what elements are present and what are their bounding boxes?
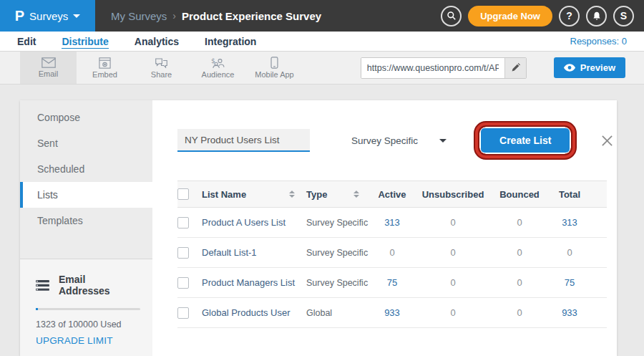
annotation-highlight: Create List	[479, 127, 571, 154]
user-avatar[interactable]: S	[613, 6, 634, 27]
table-row: Product A Users List Survey Specific 313…	[177, 208, 607, 238]
search-button[interactable]	[441, 6, 462, 27]
list-type: Survey Specific	[306, 248, 371, 258]
bounced-count: 0	[492, 307, 547, 318]
surveys-menu-label: Surveys	[29, 10, 68, 22]
toolbar-item-mobile-app[interactable]: Mobile App	[246, 52, 303, 84]
upgrade-now-button[interactable]: Upgrade Now	[468, 6, 552, 27]
list-name-link[interactable]: Global Products User	[202, 307, 306, 318]
total-count: 75	[547, 277, 592, 288]
tab-integration[interactable]: Integration	[205, 36, 256, 47]
breadcrumb: My Surveys › Product Experience Survey	[111, 10, 321, 22]
bounced-count: 0	[492, 277, 547, 288]
sort-icon[interactable]	[289, 191, 295, 198]
sidebar-nav: Compose Sent Scheduled Lists Templates	[20, 100, 152, 234]
list-type-dropdown[interactable]: Survey Specific	[351, 135, 447, 146]
chevron-down-icon	[73, 14, 80, 18]
survey-url-group	[361, 57, 527, 79]
list-name-link[interactable]: Product A Users List	[202, 217, 306, 228]
column-header-type[interactable]: Type	[306, 189, 371, 200]
create-list-button[interactable]: Create List	[481, 128, 570, 153]
column-header-unsubscribed[interactable]: Unsubscribed	[414, 189, 492, 200]
breadcrumb-my-surveys[interactable]: My Surveys	[111, 10, 167, 22]
total-count: 933	[547, 307, 592, 318]
column-header-total[interactable]: Total	[547, 189, 592, 200]
nav-tabs: Edit Distribute Analytics Integration	[17, 36, 256, 47]
row-checkbox[interactable]	[177, 277, 189, 289]
toolbar-right: Preview	[361, 52, 644, 84]
column-header-active[interactable]: Active	[371, 189, 414, 200]
sidebar-item-sent[interactable]: Sent	[20, 130, 152, 156]
list-name-link[interactable]: Default List-1	[202, 247, 306, 258]
sidebar-item-lists[interactable]: Lists	[20, 182, 152, 208]
list-lines-icon	[36, 280, 49, 291]
table-row: Global Products User Global 933 0 0 933	[177, 298, 607, 328]
sidebar-item-compose[interactable]: Compose	[20, 105, 152, 130]
list-name-input[interactable]	[177, 129, 310, 152]
email-addresses-title: Email Addresses	[59, 274, 138, 297]
email-addresses-panel: Email Addresses 1323 of 100000 Used UPGR…	[20, 259, 152, 356]
embed-icon	[99, 57, 111, 69]
header-actions: Upgrade Now ? S	[441, 6, 644, 27]
email-addresses-header: Email Addresses	[36, 274, 138, 297]
tab-analytics[interactable]: Analytics	[135, 36, 179, 47]
total-count: 0	[547, 247, 592, 258]
column-header-bounced[interactable]: Bounced	[492, 189, 547, 200]
active-count: 313	[371, 217, 414, 228]
active-count: 0	[371, 247, 414, 258]
share-icon	[155, 57, 168, 69]
column-header-list-name[interactable]: List Name	[202, 189, 306, 200]
close-icon[interactable]	[601, 135, 613, 147]
unsubscribed-count: 0	[414, 217, 492, 228]
create-list-form: Survey Specific Create List	[177, 128, 617, 153]
row-checkbox[interactable]	[177, 217, 189, 228]
sort-icon[interactable]	[353, 191, 359, 198]
table-row: Product Managers List Survey Specific 75…	[177, 268, 607, 298]
list-name-link[interactable]: Product Managers List	[202, 277, 306, 288]
row-checkbox[interactable]	[177, 307, 189, 319]
list-type: Survey Specific	[306, 218, 371, 228]
select-all-checkbox[interactable]	[177, 188, 189, 200]
lists-main: Survey Specific Create List List Name	[152, 100, 617, 356]
mobile-app-icon	[270, 57, 278, 69]
tab-edit[interactable]: Edit	[17, 36, 36, 47]
search-icon	[447, 11, 457, 21]
table-row: Default List-1 Survey Specific 0 0 0 0	[177, 238, 607, 268]
tab-distribute[interactable]: Distribute	[62, 36, 108, 47]
total-count: 313	[547, 217, 592, 228]
unsubscribed-count: 0	[414, 307, 492, 318]
list-type: Survey Specific	[306, 278, 371, 288]
eye-icon	[564, 64, 575, 72]
active-count: 75	[371, 277, 414, 288]
usage-text: 1323 of 100000 Used	[36, 319, 138, 329]
email-sidebar: Compose Sent Scheduled Lists Templates E…	[20, 100, 152, 356]
active-count: 933	[371, 307, 414, 318]
edit-url-button[interactable]	[504, 58, 526, 78]
unsubscribed-count: 0	[414, 277, 492, 288]
audience-icon: $	[211, 57, 225, 69]
page-background: Compose Sent Scheduled Lists Templates E…	[0, 85, 644, 356]
survey-nav: Edit Distribute Analytics Integration Re…	[0, 32, 644, 52]
toolbar-item-email[interactable]: Email	[20, 52, 77, 84]
row-checkbox[interactable]	[177, 247, 189, 259]
toolbar-item-embed[interactable]: Embed	[77, 52, 133, 84]
preview-button[interactable]: Preview	[554, 57, 625, 78]
surveys-menu[interactable]: P Surveys	[0, 0, 95, 32]
responses-count[interactable]: Responses: 0	[570, 36, 628, 47]
page-title: Product Experience Survey	[182, 10, 321, 22]
unsubscribed-count: 0	[414, 247, 492, 258]
distribute-toolbar: Email Embed Share $ Audience	[0, 52, 644, 85]
upgrade-limit-link[interactable]: UPGRADE LIMIT	[36, 335, 138, 346]
toolbar-item-audience[interactable]: $ Audience	[190, 52, 246, 84]
survey-url-input[interactable]	[361, 58, 504, 78]
table-header-row: List Name Type Active Unsubscribed Bounc…	[177, 181, 607, 208]
notifications-button[interactable]	[586, 6, 607, 27]
usage-progress-bar	[36, 308, 140, 310]
help-button[interactable]: ?	[559, 6, 580, 27]
email-icon	[42, 57, 56, 68]
list-type: Global	[306, 308, 371, 318]
sidebar-item-templates[interactable]: Templates	[20, 208, 152, 234]
lists-table: List Name Type Active Unsubscribed Bounc…	[177, 181, 607, 328]
sidebar-item-scheduled[interactable]: Scheduled	[20, 156, 152, 182]
toolbar-item-share[interactable]: Share	[133, 52, 190, 84]
